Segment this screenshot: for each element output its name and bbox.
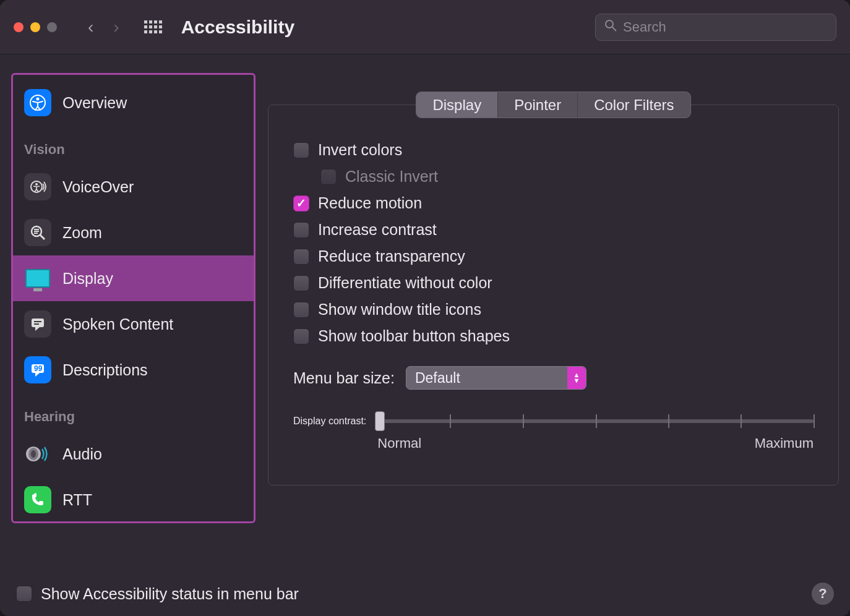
window-controls: [14, 22, 57, 32]
voiceover-icon: [24, 173, 51, 200]
sidebar-item-descriptions[interactable]: 99 Descriptions: [13, 347, 254, 393]
checkbox-label: Reduce transparency: [318, 247, 465, 265]
checkbox-window-title-icons[interactable]: [293, 302, 309, 318]
sidebar-item-label: RTT: [62, 491, 92, 509]
sidebar-item-label: Audio: [62, 445, 102, 463]
svg-line-7: [40, 235, 45, 239]
sidebar-item-label: Descriptions: [62, 361, 148, 379]
accessibility-window: ‹ › Accessibility Overview Vision: [0, 0, 850, 616]
audio-icon: [24, 440, 51, 468]
toolbar: ‹ › Accessibility: [0, 0, 850, 54]
checkbox-invert-colors[interactable]: [293, 142, 309, 158]
sidebar-item-overview[interactable]: Overview: [13, 80, 254, 126]
checkbox-toolbar-shapes[interactable]: [293, 328, 309, 344]
accessibility-icon: [24, 89, 51, 116]
sidebar: Overview Vision VoiceOver Zoom Displa: [11, 73, 255, 523]
footer-bar: Show Accessibility status in menu bar ?: [0, 571, 850, 616]
search-field[interactable]: [595, 14, 836, 41]
rtt-icon: [24, 486, 51, 513]
display-settings-panel: Invert colors Classic Invert Reduce moti…: [268, 105, 839, 486]
sidebar-item-audio[interactable]: Audio: [13, 431, 254, 477]
search-icon: [604, 19, 617, 35]
nav-arrows: ‹ ›: [88, 17, 119, 37]
checkbox-row-reduce-transparency[interactable]: Reduce transparency: [293, 247, 814, 265]
sidebar-item-display[interactable]: Display: [13, 255, 254, 301]
checkbox-classic-invert: [320, 169, 337, 185]
menu-bar-size-row: Menu bar size: Default ▲▼: [293, 366, 814, 390]
checkbox-label: Show window title icons: [318, 301, 481, 319]
sidebar-item-label: Overview: [62, 94, 127, 112]
checkbox-label: Differentiate without color: [318, 274, 492, 292]
checkbox-show-status-menubar[interactable]: [16, 586, 32, 602]
checkbox-label: Show toolbar button shapes: [318, 327, 510, 345]
sidebar-item-spoken-content[interactable]: Spoken Content: [13, 301, 254, 347]
select-stepper-icon: ▲▼: [567, 367, 586, 389]
close-window-button[interactable]: [14, 22, 24, 32]
display-contrast-label: Display contrast:: [293, 414, 366, 427]
checkbox-row-classic-invert: Classic Invert: [320, 168, 814, 186]
tab-color-filters[interactable]: Color Filters: [578, 92, 690, 118]
help-button[interactable]: ?: [812, 583, 834, 605]
detail-panel: Display Pointer Color Filters Invert col…: [268, 73, 839, 571]
svg-rect-12: [34, 321, 41, 322]
menu-bar-size-select[interactable]: Default ▲▼: [406, 366, 586, 390]
segmented-control: Display Pointer Color Filters: [416, 92, 690, 118]
sidebar-item-label: Display: [62, 270, 113, 288]
search-input[interactable]: [623, 19, 827, 35]
svg-text:99: 99: [34, 364, 43, 373]
tab-display[interactable]: Display: [416, 92, 498, 118]
checkbox-label: Increase contrast: [318, 221, 437, 239]
menu-bar-size-label: Menu bar size:: [293, 369, 395, 387]
slider-thumb[interactable]: [375, 411, 385, 431]
checkbox-row-diff-without-color[interactable]: Differentiate without color: [293, 274, 814, 292]
minimize-window-button[interactable]: [30, 22, 40, 32]
slider-min-label: Normal: [377, 435, 421, 451]
svg-point-5: [35, 183, 38, 186]
checkbox-row-invert-colors[interactable]: Invert colors: [293, 141, 814, 159]
slider-max-label: Maximum: [755, 435, 814, 451]
zoom-icon: [24, 219, 51, 246]
sidebar-header-vision: Vision: [13, 126, 254, 164]
sidebar-item-rtt[interactable]: RTT: [13, 477, 254, 523]
svg-point-3: [36, 98, 40, 101]
body: Overview Vision VoiceOver Zoom Displa: [0, 54, 850, 571]
footer-checkbox-label: Show Accessibility status in menu bar: [41, 585, 299, 603]
page-title: Accessibility: [181, 17, 294, 38]
checkbox-increase-contrast[interactable]: [293, 222, 309, 238]
checkbox-label: Classic Invert: [345, 168, 438, 186]
checkbox-row-reduce-motion[interactable]: Reduce motion: [293, 194, 814, 212]
svg-point-18: [31, 450, 36, 458]
sidebar-header-hearing: Hearing: [13, 393, 254, 431]
sidebar-item-label: Zoom: [62, 224, 102, 242]
svg-line-1: [612, 27, 616, 31]
zoom-window-button[interactable]: [47, 22, 57, 32]
display-contrast-slider[interactable]: [377, 419, 814, 423]
checkbox-reduce-motion[interactable]: [293, 195, 309, 212]
sidebar-item-voiceover[interactable]: VoiceOver: [13, 164, 254, 210]
display-contrast-row: Display contrast:: [293, 414, 814, 451]
svg-point-0: [606, 20, 613, 28]
slider-range-labels: Normal Maximum: [377, 435, 814, 451]
spoken-content-icon: [24, 310, 51, 338]
tab-pointer[interactable]: Pointer: [498, 92, 578, 118]
checkbox-label: Invert colors: [318, 141, 402, 159]
forward-button[interactable]: ›: [113, 17, 119, 37]
checkbox-diff-without-color[interactable]: [293, 275, 309, 291]
sidebar-item-label: Spoken Content: [62, 315, 173, 333]
show-all-prefs-button[interactable]: [144, 18, 163, 36]
sidebar-item-zoom[interactable]: Zoom: [13, 210, 254, 255]
sidebar-item-label: VoiceOver: [62, 178, 134, 196]
select-value: Default: [415, 370, 460, 387]
checkbox-row-window-title-icons[interactable]: Show window title icons: [293, 301, 814, 319]
display-icon: [24, 265, 51, 292]
back-button[interactable]: ‹: [88, 17, 93, 37]
descriptions-icon: 99: [24, 356, 51, 383]
checkbox-label: Reduce motion: [318, 194, 422, 212]
svg-rect-13: [34, 323, 39, 325]
checkbox-reduce-transparency[interactable]: [293, 249, 309, 265]
checkbox-row-toolbar-shapes[interactable]: Show toolbar button shapes: [293, 327, 814, 345]
svg-rect-11: [32, 319, 44, 327]
checkbox-row-increase-contrast[interactable]: Increase contrast: [293, 221, 814, 239]
